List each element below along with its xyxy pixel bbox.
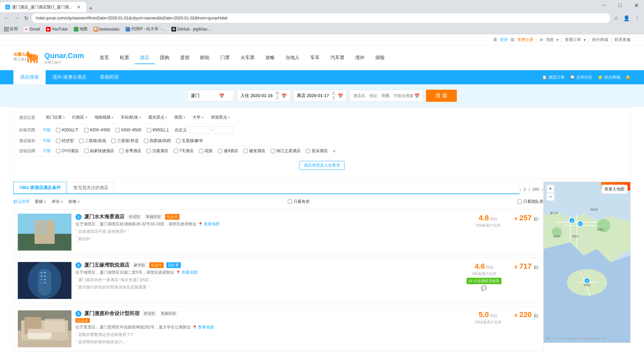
- price-under200[interactable]: ¥200以下: [56, 127, 79, 133]
- brand-oyo-check[interactable]: [56, 149, 60, 153]
- brand-atour-check[interactable]: [306, 149, 310, 153]
- star-3[interactable]: 三星级/舒适: [111, 138, 138, 144]
- loc-tab-station[interactable]: 车站/机场 ▾: [117, 114, 144, 122]
- hotel-1-name[interactable]: 厦门水木海景酒店: [84, 214, 124, 220]
- results-tab-all[interactable]: 7963 家酒店满足条件: [13, 182, 66, 193]
- address-input[interactable]: [32, 13, 610, 23]
- keyword-input-wrapper[interactable]: 📅: [350, 90, 423, 102]
- brand-speed8[interactable]: 速8酒店: [218, 148, 238, 154]
- star-2-check[interactable]: [79, 139, 84, 143]
- hotel-1-map-link[interactable]: 📍 查看地图: [198, 221, 220, 227]
- subnav-guesthouse[interactable]: 客栈民宿: [93, 70, 125, 84]
- loc-tab-hot[interactable]: 热门位置 ▾: [43, 114, 68, 122]
- brand-hanting[interactable]: 汉庭酒店: [147, 148, 168, 154]
- brand-quanji-check[interactable]: [119, 149, 124, 153]
- checkout-input-wrapper[interactable]: 后天 📅: [293, 90, 347, 102]
- bookmark-gmail[interactable]: M Gmail: [22, 26, 41, 32]
- subnav-orders[interactable]: 📋 酒店订单: [542, 75, 565, 80]
- brand-rujia-check[interactable]: [84, 149, 89, 153]
- loc-tab-metro[interactable]: 地铁线路 ▾: [91, 114, 117, 122]
- bookmark-apps[interactable]: 应用: [3, 26, 19, 33]
- nav-cruise[interactable]: 邮轮: [195, 52, 215, 64]
- sort-default[interactable]: 默认排序: [13, 199, 30, 205]
- account-button[interactable]: 👤: [622, 14, 631, 23]
- site-logo[interactable]: 去哪儿 哪儿旅行 Qunar.Com 去哪儿旅行: [13, 49, 84, 67]
- zoom-in-button[interactable]: +: [546, 185, 554, 193]
- messages-link[interactable]: 消息: [546, 37, 554, 43]
- service-link[interactable]: 联系客服: [614, 37, 631, 43]
- hotel-1-price-value[interactable]: ¥ 257 起›: [505, 214, 539, 222]
- price-300-500[interactable]: ¥300~¥500: [115, 128, 141, 132]
- subnav-pointsmall[interactable]: ⭐ 积分商城: [598, 75, 620, 80]
- hotel-type-button[interactable]: 酒店类型及入住要求: [300, 161, 344, 170]
- nav-car[interactable]: 车车: [305, 52, 325, 64]
- hotel-2-image[interactable]: [18, 262, 71, 299]
- star-5[interactable]: 五星级/豪华: [176, 138, 203, 144]
- nav-flights[interactable]: 机票: [114, 52, 135, 64]
- maximize-button[interactable]: □: [612, 0, 628, 11]
- brand-jianfa[interactable]: 建发酒店: [244, 148, 265, 154]
- subnav-community[interactable]: 💬 点评社区: [570, 75, 592, 80]
- results-tab-watched[interactable]: 暂无我关注的酒店: [68, 182, 114, 193]
- sort-star[interactable]: 星级 ⇅: [35, 199, 46, 205]
- hotel-2-price-value[interactable]: ¥ 717 起›: [505, 262, 539, 271]
- brand-quanji[interactable]: 全季酒店: [119, 148, 141, 154]
- prev-page-btn[interactable]: ‹: [520, 187, 521, 192]
- price-min-input[interactable]: [190, 126, 210, 134]
- brand-jinjiang[interactable]: 锦江之星酒店: [271, 148, 301, 154]
- checkin-input-wrapper[interactable]: 明天 📅: [237, 90, 290, 102]
- brand-7days[interactable]: 7天酒店: [174, 148, 194, 154]
- hotel-3-name[interactable]: 厦门漫渡朴舍设计型民宿: [84, 310, 140, 317]
- city-input-wrapper[interactable]: 📅: [187, 90, 234, 102]
- close-button[interactable]: ✕: [629, 0, 644, 11]
- hotel-3-price-value[interactable]: ¥ 220 起›: [505, 310, 539, 319]
- city-input[interactable]: [191, 93, 218, 98]
- orders-link[interactable]: 查看订单: [565, 37, 581, 43]
- bookmark-youtube[interactable]: ▶ YouTube: [45, 26, 69, 32]
- register-link[interactable]: 免费注册: [517, 37, 533, 43]
- forward-button[interactable]: →: [13, 14, 21, 23]
- sort-score[interactable]: 评分 ⇅: [52, 199, 63, 205]
- price-under200-check[interactable]: [56, 128, 60, 132]
- star-economy[interactable]: 经济型: [56, 138, 74, 144]
- star-4[interactable]: 四星级/高档: [144, 138, 171, 144]
- brand-huazhu[interactable]: 花筑: [199, 148, 213, 154]
- reload-button[interactable]: ↻: [23, 14, 30, 23]
- hotel-1-image[interactable]: [18, 214, 71, 251]
- brand-speed8-check[interactable]: [218, 149, 222, 153]
- nav-local[interactable]: 当地人: [280, 52, 305, 64]
- new-tab-button[interactable]: +: [86, 5, 95, 12]
- hotel-2-name[interactable]: 厦门五缘湾凯悦酒店: [84, 262, 129, 268]
- star-not-limited[interactable]: 不限: [43, 138, 51, 144]
- brand-7days-check[interactable]: [174, 149, 178, 153]
- star-4-check[interactable]: [144, 139, 148, 143]
- nav-overseas[interactable]: 境外: [350, 52, 370, 64]
- tab-close-btn[interactable]: ✕: [77, 4, 81, 10]
- only-group-checkbox[interactable]: 只看团队房: [518, 199, 543, 205]
- checkout-input[interactable]: [297, 93, 330, 98]
- checkin-input[interactable]: [240, 93, 274, 98]
- hotel-2-map-link[interactable]: 📍 查看地图: [176, 270, 198, 275]
- bookmark-star-button[interactable]: ☆: [612, 14, 620, 23]
- price-max-input[interactable]: [214, 126, 234, 134]
- hotel-2-chat-icon[interactable]: 💬: [467, 285, 501, 291]
- nav-train[interactable]: 火车票: [235, 52, 260, 64]
- search-button[interactable]: 搜 索: [426, 90, 457, 102]
- hotel-3-map-link[interactable]: 📍 查看地图: [192, 324, 214, 330]
- nav-insurance[interactable]: 保险: [370, 52, 390, 64]
- brand-jinjiang-check[interactable]: [271, 149, 275, 153]
- subnav-bell[interactable]: 🔔: [626, 75, 631, 80]
- menu-button[interactable]: ⋮: [633, 14, 641, 23]
- nav-vacation[interactable]: 度假: [175, 52, 195, 64]
- sort-price[interactable]: 价格 ⇅: [68, 199, 80, 205]
- active-tab[interactable]: Q 厦门酒店_厦门酒店预订_厦门酒... ✕: [0, 2, 86, 12]
- loc-tab-hospital[interactable]: 医院 ▾: [171, 114, 189, 122]
- back-button[interactable]: ←: [3, 14, 11, 23]
- nav-tickets[interactable]: 门票: [215, 52, 235, 64]
- loc-tab-university[interactable]: 大学 ▾: [189, 114, 207, 122]
- brand-oyo[interactable]: OYO酒店: [56, 148, 79, 154]
- brand-atour[interactable]: 亚朵酒店: [306, 148, 328, 154]
- nav-hotel[interactable]: 酒店: [135, 52, 155, 64]
- subnav-hotel-search[interactable]: 酒店搜索: [13, 70, 46, 84]
- bookmark-github[interactable]: ⚙ GitHub · pig6/tao...: [170, 26, 212, 32]
